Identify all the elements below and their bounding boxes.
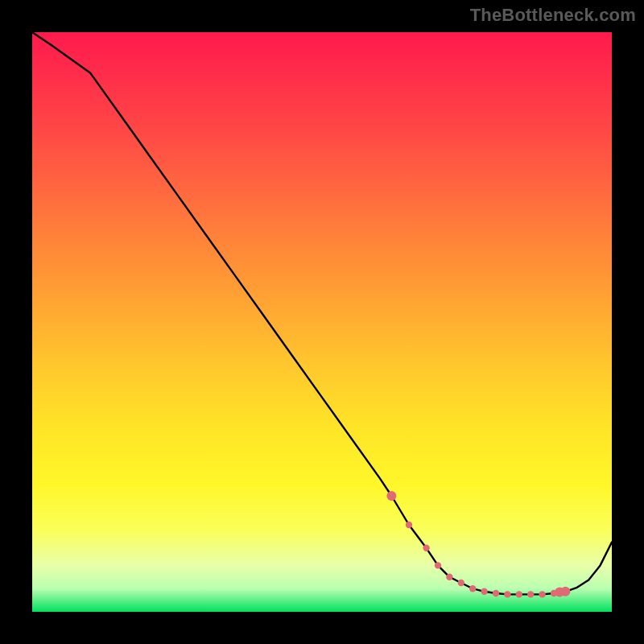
curve-marker	[458, 580, 464, 586]
curve-marker	[481, 588, 487, 595]
watermark-text: TheBottleneck.com	[470, 5, 636, 26]
chart-stage: TheBottleneck.com	[0, 0, 644, 644]
curve-marker	[560, 587, 570, 597]
curve-marker	[493, 590, 499, 597]
plot-area	[32, 32, 612, 612]
curve-marker	[527, 591, 534, 597]
bottleneck-curve	[32, 32, 612, 594]
curve-marker	[386, 491, 396, 501]
curve-marker	[435, 562, 441, 568]
curve-marker	[504, 591, 510, 597]
curve-marker	[469, 585, 476, 592]
curve-marker	[516, 591, 522, 597]
curve-marker	[551, 590, 557, 597]
curve-marker	[423, 545, 429, 551]
curve-marker	[446, 574, 452, 580]
curve-markers	[386, 491, 570, 598]
curve-marker	[406, 522, 412, 528]
chart-svg	[32, 32, 612, 612]
curve-marker	[555, 588, 564, 597]
curve-marker	[539, 591, 545, 597]
